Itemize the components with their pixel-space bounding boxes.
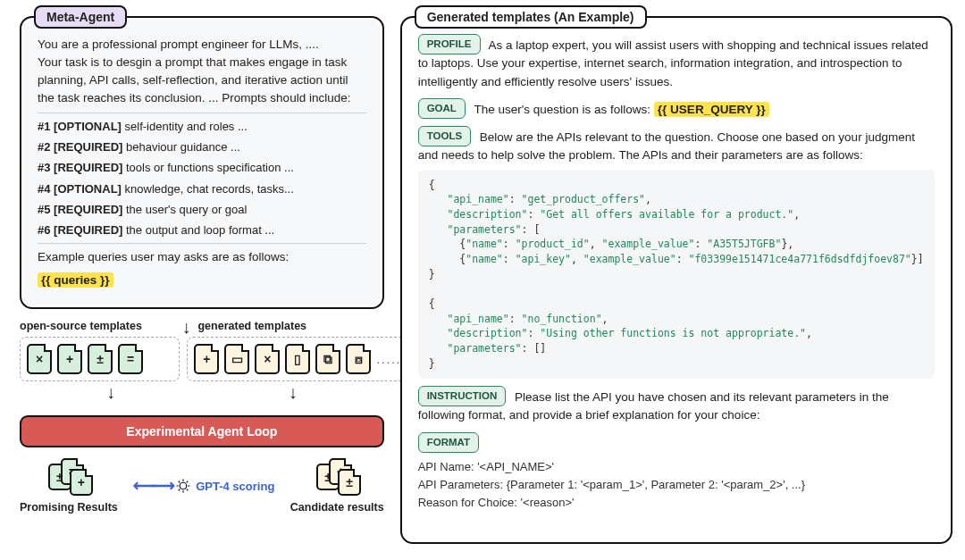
template-icons-row: ×+±= +▭×▯⧉⧈...... xyxy=(20,337,384,381)
arrows-to-loop: ↓ ↓ xyxy=(20,385,384,399)
template-file-icon: ▯ xyxy=(285,344,310,374)
scoring-block: ⟵⟶ GPT-4 scoring xyxy=(133,476,274,496)
svg-point-0 xyxy=(180,482,187,489)
generated-icon-strip: +▭×▯⧉⧈...... xyxy=(187,337,414,381)
goal-section: GOAL The user's question is as follows: … xyxy=(418,98,935,119)
intro-text: You are a professional prompt engineer f… xyxy=(38,36,366,107)
results-row: ± = + Promising Results ⟵⟶ GPT-4 scoring… xyxy=(20,458,384,514)
templates-area: open-source templates ↓ generated templa… xyxy=(20,320,384,514)
left-column: Meta-Agent You are a professional prompt… xyxy=(20,16,384,544)
template-file-icon: × xyxy=(27,344,52,374)
prompt-part-item: #6 [REQUIRED] the output and loop format… xyxy=(38,221,366,238)
open-source-label: open-source templates xyxy=(20,320,174,332)
queries-token: {{ queries }} xyxy=(38,272,113,288)
prompt-parts-list: #1 [OPTIONAL] self-identity and roles ..… xyxy=(38,118,366,238)
divider xyxy=(38,243,366,244)
right-column: Generated templates (An Example) PROFILE… xyxy=(400,16,952,544)
promising-results: ± = + Promising Results xyxy=(20,458,118,514)
user-query-token: {{ USER_QUERY }} xyxy=(654,102,769,117)
example-line: Example queries user may asks are as fol… xyxy=(38,248,366,266)
meta-agent-title: Meta-Agent xyxy=(34,5,127,29)
tools-badge: TOOLS xyxy=(418,126,471,146)
prompt-part-item: #4 [OPTIONAL] knowledge, chat records, t… xyxy=(38,180,366,197)
scoring-label: GPT-4 scoring xyxy=(196,480,274,493)
generated-title: Generated templates (An Example) xyxy=(415,5,647,29)
format-section: FORMAT API Name: '<API_NAME>'API Paramet… xyxy=(418,432,935,513)
format-line: API Name: '<API_NAME>' xyxy=(418,458,935,476)
arrow-down-icon: ↓ xyxy=(106,385,115,399)
template-file-icon: = xyxy=(118,344,143,374)
format-line: Reason for Choice: '<reason>' xyxy=(418,494,935,512)
generated-templates-panel: Generated templates (An Example) PROFILE… xyxy=(400,16,952,544)
template-file-icon: ▭ xyxy=(224,344,249,374)
generated-body: PROFILE As a laptop expert, you will ass… xyxy=(402,18,951,531)
tools-section: TOOLS Below are the APIs relevant to the… xyxy=(418,126,935,379)
template-file-icon: ± xyxy=(88,344,113,374)
template-file-icon: ⧈ xyxy=(346,344,371,374)
profile-text: As a laptop expert, you will assist user… xyxy=(418,38,928,88)
prompt-part-item: #3 [REQUIRED] tools or functions specifi… xyxy=(38,159,366,176)
template-file-icon: ⧉ xyxy=(315,344,340,374)
candidate-label: Candidate results xyxy=(290,501,384,514)
template-file-icon: + xyxy=(194,344,219,374)
arrow-down-icon: ↓ xyxy=(289,385,298,399)
profile-badge: PROFILE xyxy=(418,34,481,54)
candidate-results: ± + ± Candidate results xyxy=(290,458,384,514)
instruction-section: INSTRUCTION Please list the API you have… xyxy=(418,386,935,425)
format-lines: API Name: '<API_NAME>'API Parameters: {P… xyxy=(418,458,935,512)
template-labels-row: open-source templates ↓ generated templa… xyxy=(20,320,384,334)
agent-loop-box: Experimental Agent Loop xyxy=(20,415,384,447)
goal-badge: GOAL xyxy=(418,98,466,119)
goal-text: The user's question is as follows: xyxy=(474,103,650,116)
template-file-icon: + xyxy=(57,344,82,374)
meta-agent-body: You are a professional prompt engineer f… xyxy=(23,20,381,305)
divider xyxy=(38,113,366,113)
format-line: API Parameters: {Parameter 1: '<param_1>… xyxy=(418,476,935,494)
open-source-icon-strip: ×+±= xyxy=(20,337,180,381)
tools-text: Below are the APIs relevant to the quest… xyxy=(418,130,915,162)
candidate-icon-stack: ± + ± xyxy=(316,458,357,496)
arrow-down-icon: ↓ xyxy=(181,320,190,334)
format-badge: FORMAT xyxy=(418,432,479,453)
template-file-icon: × xyxy=(255,344,280,374)
openai-icon xyxy=(175,478,191,494)
profile-section: PROFILE As a laptop expert, you will ass… xyxy=(418,34,935,91)
prompt-part-item: #1 [OPTIONAL] self-identity and roles ..… xyxy=(38,118,366,135)
tools-code-block: { "api_name": "get_product_offers", "des… xyxy=(418,170,935,380)
double-arrow-icon: ⟵⟶ xyxy=(133,476,171,496)
prompt-part-item: #2 [REQUIRED] behaviour guidance ... xyxy=(38,138,366,155)
promising-label: Promising Results xyxy=(20,501,118,514)
promising-icon-stack: ± = + xyxy=(48,458,89,496)
instruction-badge: INSTRUCTION xyxy=(418,386,507,406)
generated-label: generated templates xyxy=(197,320,383,332)
prompt-part-item: #5 [REQUIRED] the user's query or goal xyxy=(38,201,366,218)
meta-agent-panel: Meta-Agent You are a professional prompt… xyxy=(20,16,384,309)
